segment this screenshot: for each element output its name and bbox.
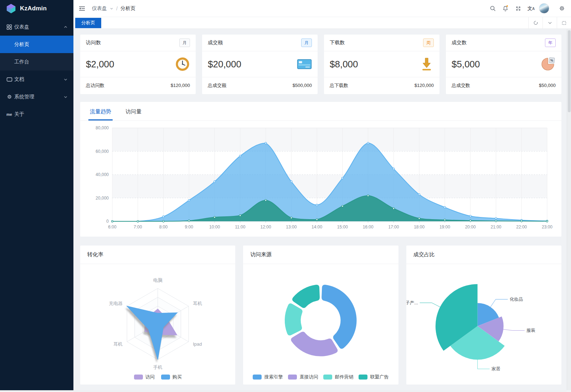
download-icon [420, 57, 434, 72]
sidebar-item-label: 关于 [14, 111, 24, 118]
horizontal-scrollbar[interactable] [0, 390, 567, 392]
sidebar-item-label: 仪表盘 [14, 24, 29, 30]
legend-item[interactable]: 访问 [134, 374, 155, 380]
breadcrumb-current: 分析页 [120, 5, 135, 12]
svg-text:14:00: 14:00 [312, 225, 322, 229]
sidebar-item-label: 文档 [14, 76, 24, 83]
sidebar-item-docs[interactable]: 文档 [0, 71, 73, 88]
scrollbar-thumb[interactable] [568, 30, 571, 112]
svg-text:%: % [550, 58, 554, 62]
conversion-panel: 转化率 电脑耳机Ipad手机耳机充电器 访问购买 [80, 246, 235, 385]
deal-share-panel: 成交占比 化妆品服装家居电子产... [406, 246, 561, 385]
stat-value: $2,000 [86, 59, 114, 70]
conversion-radar-chart: 电脑耳机Ipad手机耳机充电器 [80, 264, 235, 385]
avatar[interactable] [537, 0, 550, 17]
svg-text:充电器: 充电器 [109, 301, 123, 306]
stat-value: $8,000 [330, 59, 358, 70]
svg-text:7:00: 7:00 [134, 225, 142, 229]
vertical-scrollbar[interactable] [567, 29, 571, 390]
stat-footer-label: 总成交额 [208, 82, 226, 89]
svg-text:耳机: 耳机 [193, 301, 202, 306]
legend-label: 邮件营销 [335, 374, 353, 380]
svg-text:6:00: 6:00 [108, 225, 117, 229]
sidebar-item-label: 系统管理 [14, 94, 34, 100]
translate-icon[interactable]: 文A [525, 0, 537, 17]
stat-value: $5,000 [452, 59, 480, 70]
period-badge: 年 [545, 38, 556, 47]
app-window: KzAdmin 仪表盘 分析页 工作台 [0, 0, 571, 392]
tab-traffic-trend[interactable]: 流量趋势 [90, 108, 111, 120]
tab-analysis[interactable]: 分析页 [75, 18, 101, 28]
chevron-down-icon[interactable] [542, 17, 557, 29]
legend-item[interactable]: 直接访问 [288, 374, 318, 380]
period-badge: 月 [179, 38, 190, 47]
sidebar-item-dashboard[interactable]: 仪表盘 [0, 18, 73, 36]
period-badge: 周 [423, 38, 434, 47]
sidebar-item-system[interactable]: 系统管理 [0, 88, 73, 105]
stat-footer-label: 总访问数 [86, 82, 104, 89]
chevron-up-icon [63, 25, 68, 29]
legend-label: 直接访问 [299, 374, 318, 380]
settings-icon[interactable] [555, 0, 568, 17]
sidebar-item-workbench[interactable]: 工作台 [0, 53, 73, 71]
app-logo[interactable]: KzAdmin [0, 0, 73, 17]
tab-visit-volume[interactable]: 访问量 [125, 108, 142, 120]
svg-text:8:00: 8:00 [159, 225, 168, 229]
logo-text: KzAdmin [20, 5, 47, 12]
trend-card: 流量趋势 访问量 6:007:008:009:0010:0011:0012:00… [80, 102, 561, 237]
visit-source-donut-chart [243, 264, 398, 385]
svg-text:手机: 手机 [153, 365, 163, 370]
svg-text:17:00: 17:00 [388, 225, 399, 229]
logo-icon [6, 3, 16, 14]
legend-label: 联盟广告 [370, 374, 389, 380]
legend-swatch [253, 375, 262, 380]
donut-legend: 搜索引擎直接访问邮件营销联盟广告 [243, 374, 398, 380]
stat-title: 下载数 [330, 40, 345, 46]
svg-text:耳机: 耳机 [113, 341, 123, 347]
legend-item[interactable]: 购买 [161, 374, 182, 380]
deal-share-rose-chart: 化妆品服装家居电子产... [406, 264, 561, 385]
period-badge: 月 [301, 38, 312, 47]
sidebar: KzAdmin 仪表盘 分析页 工作台 [0, 0, 73, 392]
svg-text:22:00: 22:00 [516, 225, 527, 229]
svg-text:10:00: 10:00 [209, 225, 220, 229]
stat-card-deals: 成交数 年 $5,000 % 总 [446, 35, 561, 94]
stat-footer-value: $500,000 [293, 83, 312, 88]
breadcrumb-parent[interactable]: 仪表盘 [92, 5, 107, 12]
bell-icon[interactable] [499, 0, 512, 17]
svg-text:23:00: 23:00 [542, 225, 552, 229]
stat-title: 成交数 [452, 40, 467, 46]
sidebar-item-analysis[interactable]: 分析页 [0, 36, 73, 53]
svg-text:40,000: 40,000 [96, 172, 109, 177]
svg-text:Ipad: Ipad [193, 341, 202, 347]
dashboard-icon [6, 24, 12, 30]
tab-label: 分析页 [81, 20, 95, 26]
svg-text:18:00: 18:00 [414, 225, 425, 229]
credit-card-icon [297, 59, 312, 69]
svg-text:12:00: 12:00 [261, 225, 271, 229]
clock-icon [175, 57, 190, 72]
stat-footer-value: $50,000 [539, 83, 556, 88]
legend-item[interactable]: 搜索引擎 [253, 374, 283, 380]
content-area: 访问数 月 $2,000 总访问数 $120 [73, 29, 567, 392]
sidebar-item-about[interactable]: me 关于 [0, 105, 73, 123]
panel-title: 转化率 [80, 246, 235, 264]
svg-text:9:00: 9:00 [185, 225, 194, 229]
visit-source-panel: 访问来源 搜索引擎直接访问邮件营销联盟广告 [243, 246, 398, 385]
sidebar-item-label: 工作台 [14, 59, 29, 65]
menu-fold-icon[interactable] [77, 0, 87, 17]
svg-text:13:00: 13:00 [286, 225, 297, 229]
stat-value: $20,000 [208, 59, 241, 70]
legend-item[interactable]: 联盟广告 [359, 374, 389, 380]
maximize-icon[interactable] [557, 17, 571, 29]
pie-icon: % [541, 57, 556, 72]
refresh-icon[interactable] [528, 17, 542, 29]
legend-swatch [359, 375, 367, 380]
document-icon [6, 76, 12, 82]
svg-text:21:00: 21:00 [490, 225, 501, 229]
top-header: 仪表盘 / 分析页 [73, 0, 571, 17]
chevron-down-icon [63, 77, 68, 82]
fullscreen-icon[interactable] [512, 0, 525, 17]
legend-item[interactable]: 邮件营销 [323, 374, 353, 380]
search-icon[interactable] [486, 0, 499, 17]
